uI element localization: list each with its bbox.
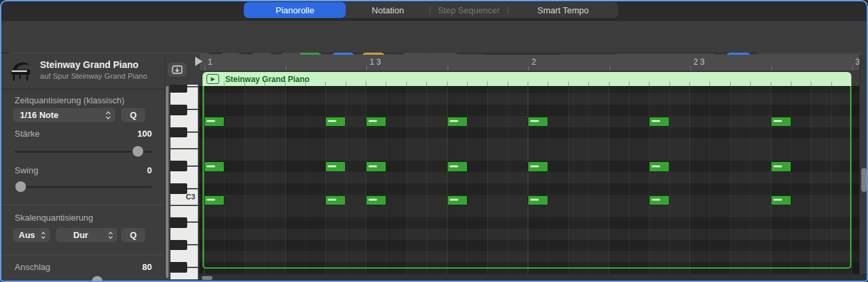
region-beat-tick	[811, 81, 811, 86]
midi-note-Ds3[interactable]	[366, 161, 386, 172]
updown-chevron-icon	[105, 111, 111, 120]
region-beat-tick	[325, 81, 326, 86]
midi-note-Ds3[interactable]	[649, 161, 669, 172]
scale-quantize-apply-button[interactable]: Q	[121, 228, 145, 242]
midi-note-C3[interactable]	[366, 195, 386, 206]
midi-note-Ds3[interactable]	[204, 161, 224, 172]
region-beat-tick	[689, 81, 690, 86]
piano-black-key-As3[interactable]	[170, 85, 187, 93]
scale-type-popup[interactable]: Dur	[56, 228, 117, 242]
vertical-scrollbar[interactable]	[859, 55, 868, 274]
piano-roll-grid[interactable]	[199, 86, 868, 274]
strength-slider[interactable]	[15, 151, 152, 153]
divider	[0, 255, 165, 255]
midi-region-header[interactable]: ▶ Steinway Grand Piano	[203, 72, 851, 86]
region-beat-tick	[771, 81, 771, 86]
note-velocity-bar	[651, 120, 660, 122]
region-beat-tick	[750, 81, 751, 86]
midi-note-G3[interactable]	[325, 117, 346, 127]
region-beat-tick	[406, 81, 407, 86]
midi-note-G3[interactable]	[447, 117, 468, 127]
tab-notation[interactable]: Notation	[346, 2, 430, 18]
region-beat-tick	[528, 81, 528, 86]
midi-note-G3[interactable]	[649, 117, 669, 127]
swing-slider[interactable]	[15, 186, 152, 188]
region-beat-tick	[629, 81, 630, 86]
tab-smart-tempo[interactable]: Smart Tempo	[508, 2, 618, 18]
midi-note-G3[interactable]	[528, 117, 548, 127]
vertical-scrollbar-thumb[interactable]	[861, 168, 867, 192]
ruler-beat-tick	[771, 66, 772, 71]
midi-note-G3[interactable]	[771, 117, 791, 127]
horizontal-scrollbar[interactable]	[199, 274, 868, 282]
tab-step-sequencer[interactable]: Step Sequencer	[430, 2, 508, 18]
midi-note-C3[interactable]	[447, 195, 468, 206]
region-beat-tick	[508, 81, 508, 86]
piano-roll-toolbar: Bearbeiten Funktionen Ansicht	[0, 20, 868, 53]
note-velocity-bar	[207, 165, 215, 167]
midi-note-Ds3[interactable]	[325, 161, 346, 172]
region-beat-tick	[447, 81, 448, 86]
region-play-button[interactable]: ▶	[207, 74, 219, 84]
note-velocity-bar	[773, 199, 782, 201]
note-velocity-bar	[450, 199, 458, 201]
piano-keyboard[interactable]: C3	[170, 85, 198, 279]
region-beat-tick	[487, 81, 488, 86]
swing-slider-knob[interactable]	[15, 181, 26, 192]
region-beat-tick	[831, 81, 832, 86]
region-beat-tick	[548, 81, 548, 86]
ruler-beat-tick	[852, 66, 853, 71]
grand-piano-icon	[8, 58, 33, 85]
updown-chevron-icon	[108, 231, 113, 239]
midi-note-C3[interactable]	[528, 195, 548, 206]
note-velocity-bar	[773, 120, 782, 122]
track-header: Steinway Grand Piano auf Spur Steinway G…	[0, 53, 167, 89]
bar-ruler[interactable]: 11 322 33	[199, 55, 859, 71]
midi-note-G3[interactable]	[204, 117, 224, 127]
midi-note-C3[interactable]	[325, 195, 346, 206]
region-beat-tick	[264, 81, 265, 86]
piano-black-key-Cs3[interactable]	[170, 183, 187, 194]
region-beat-tick	[568, 81, 569, 86]
time-quantize-apply-button[interactable]: Q	[121, 108, 145, 122]
piano-black-key-Fs3[interactable]	[170, 127, 187, 138]
midi-note-C3[interactable]	[204, 195, 224, 206]
ruler-beat-tick	[366, 66, 367, 71]
velocity-value: 80	[112, 262, 152, 272]
piano-black-key-Ds3[interactable]	[170, 161, 187, 171]
ruler-label: 2	[532, 57, 536, 67]
strength-label: Stärke	[15, 129, 40, 139]
midi-note-Ds3[interactable]	[528, 161, 548, 172]
velocity-label: Anschlag	[15, 262, 50, 272]
piano-black-key-As2[interactable]	[170, 217, 187, 228]
piano-black-key-Fs2[interactable]	[170, 262, 187, 273]
tab-pianorolle[interactable]: Pianorolle	[244, 2, 346, 18]
playhead-marker[interactable]	[195, 57, 203, 66]
strength-slider-knob[interactable]	[133, 146, 143, 157]
scale-state-popup[interactable]: Aus	[13, 228, 50, 242]
divider	[0, 205, 165, 205]
midi-note-Ds3[interactable]	[771, 161, 791, 172]
show-local-inspector-button[interactable]	[168, 63, 187, 77]
midi-note-Ds3[interactable]	[447, 161, 468, 172]
note-velocity-bar	[530, 199, 539, 201]
region-beat-tick	[709, 81, 710, 86]
midi-note-C3[interactable]	[771, 195, 791, 206]
region-beat-tick	[386, 81, 386, 86]
ruler-beat-tick	[610, 66, 610, 71]
note-velocity-bar	[530, 165, 539, 167]
horizontal-scrollbar-thumb[interactable]	[202, 276, 213, 280]
keyboard-scroll-handle[interactable]	[166, 86, 169, 278]
tray-download-icon	[172, 65, 183, 74]
note-velocity-bar	[773, 165, 782, 167]
piano-black-key-Gs2[interactable]	[170, 240, 187, 251]
region-inspector-panel: Zeitquantisierung (klassisch) 1/16 Note …	[0, 89, 165, 282]
time-quantize-popup[interactable]: 1/16 Note	[13, 108, 115, 122]
midi-note-G3[interactable]	[366, 117, 386, 127]
velocity-slider-knob[interactable]	[92, 276, 103, 282]
region-beat-tick	[588, 81, 589, 86]
piano-black-key-Gs3[interactable]	[170, 105, 187, 115]
midi-note-C3[interactable]	[649, 195, 669, 206]
scale-state-value: Aus	[19, 230, 35, 240]
garageband-piano-roll-window: PianorolleNotationStep SequencerSmart Te…	[0, 0, 868, 282]
